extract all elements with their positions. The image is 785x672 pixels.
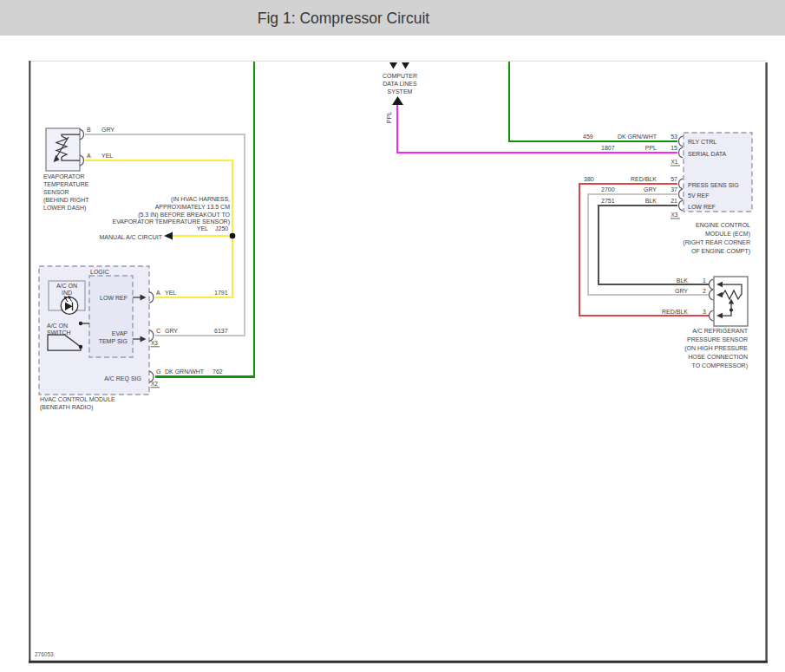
component-location: (BENEATH RADIO) — [40, 404, 93, 411]
note-line: (5.3 IN) BEFORE BREAKOUT TO — [138, 212, 230, 219]
pin-number: 37 — [671, 186, 677, 192]
circuit-number: 459 — [583, 134, 593, 140]
component-name: SENSOR — [43, 189, 69, 195]
component-name: EVAPORATOR — [43, 173, 84, 179]
note-line: (IN HVAC HARNESS, — [171, 196, 230, 203]
down-arrow-icon — [402, 62, 409, 69]
pin-letter: B — [87, 127, 91, 133]
component-location: (RIGHT REAR CORNER — [683, 239, 750, 246]
hvac-control-module: LOGIC A/C ON IND A/C ON SWITCH LOW REF E… — [39, 266, 228, 411]
offpage-label: SYSTEM — [388, 88, 413, 95]
connector-id: X1 — [671, 159, 678, 165]
pin-cup-2 — [710, 290, 713, 300]
wire-color-label: GRY — [101, 127, 114, 133]
pin-number: 1 — [703, 277, 706, 284]
component-location: OF ENGINE COMPT) — [691, 248, 750, 255]
component-location: LOWER DASH) — [43, 205, 86, 212]
circuit-number: 1807 — [601, 145, 615, 151]
signal-label: SERIAL DATA — [688, 151, 727, 157]
pin-number: 15 — [671, 145, 677, 151]
pin-letter: G — [156, 369, 160, 375]
switch-label: A/C ON — [47, 323, 68, 329]
wire-color-label: RED/BLK — [631, 176, 657, 182]
wire-color-label: GRY — [675, 288, 688, 294]
evaporator-temperature-sensor: B GRY A YEL EVAPORATOR TEMPERATURE SENSO… — [43, 127, 114, 212]
wiring-diagram-page: Fig 1: Compressor Circuit COMPUTER DATA … — [0, 0, 785, 672]
wire-color-label: GRY — [165, 328, 178, 334]
logic-box — [89, 276, 133, 357]
wire-color-label: GRY — [644, 186, 657, 192]
component-name: HVAC CONTROL MODULE — [40, 396, 115, 402]
down-arrow-icon — [389, 62, 397, 69]
ac-refrigerant-pressure-sensor: BLK 1 GRY 2 RED/BLK 3 A/C REFRIGERANT PR… — [662, 277, 749, 369]
up-arrow-icon — [392, 96, 403, 105]
pin-letter: A — [87, 153, 91, 159]
branch-label: MANUAL A/C CIRCUIT — [100, 234, 163, 240]
left-arrow-icon — [164, 232, 173, 240]
wire-color-label: DK GRN/WHT — [165, 369, 205, 375]
pin-letter: C — [156, 328, 160, 334]
signal-label: PRESS SENS SIG — [688, 182, 739, 188]
pin-cup-21 — [679, 200, 683, 211]
component-location: TO COMPRESSOR) — [692, 362, 748, 369]
computer-data-lines-ref: COMPUTER DATA LINES SYSTEM PPL — [383, 62, 417, 123]
harness-note: (IN HVAC HARNESS, APPROXIMATELY 13.5 CM … — [100, 196, 231, 240]
note-line: APPROXIMATELY 13.5 CM — [155, 204, 231, 210]
pin-number: 21 — [671, 198, 677, 204]
wire-color-label: YEL — [165, 290, 176, 296]
pin-number: 3 — [703, 309, 706, 315]
circuit-number: 2700 — [601, 186, 615, 192]
logic-label: LOGIC — [90, 269, 109, 275]
wire-color-label: YEL — [197, 225, 208, 232]
splice-dot-j250 — [230, 233, 236, 239]
wire-color-label: YEL — [101, 153, 113, 159]
wire-color-label: PPL — [386, 112, 392, 123]
signal-label: EVAP — [112, 330, 128, 336]
connector-id: X3 — [151, 340, 158, 346]
component-name: PRESSURE SENSOR — [687, 336, 748, 343]
signal-label: RLY CTRL — [688, 139, 716, 145]
component-location: (BEHIND RIGHT — [43, 197, 89, 204]
pin-cup-3 — [710, 310, 713, 321]
connector-id: X2 — [151, 381, 158, 387]
splice-id: J250 — [215, 225, 228, 232]
pin-cup-1 — [710, 279, 713, 290]
wire-color-label: BLK — [645, 198, 657, 204]
offpage-label: DATA LINES — [383, 81, 417, 87]
note-line: EVAPORATOR TEMPERATURE SENSOR) — [113, 219, 231, 225]
component-name: TEMPERATURE — [43, 181, 89, 187]
pin-number: 53 — [671, 134, 677, 140]
pin-cup-15 — [679, 147, 683, 158]
circuit-number: 2751 — [601, 198, 615, 204]
circuit-number: 1791 — [214, 290, 228, 296]
circuit-number: 762 — [213, 369, 223, 375]
page-title: Fig 1: Compressor Circuit — [258, 10, 430, 27]
circuit-number: 380 — [584, 176, 594, 182]
pin-cup-57 — [679, 179, 683, 189]
wire-dkgrnwht-459 — [509, 62, 677, 141]
offpage-label: COMPUTER — [383, 73, 417, 79]
figure-number: 276053 — [35, 651, 54, 657]
pin-letter: A — [156, 290, 160, 296]
wire-color-label: PPL — [645, 145, 657, 151]
component-name: ENGINE CONTROL — [696, 222, 750, 228]
component-location: HOSE CONNECTION — [688, 354, 748, 360]
pin-number: 2 — [703, 288, 706, 294]
signal-label: A/C REQ SIG — [104, 375, 141, 382]
connector-id: X3 — [671, 212, 678, 218]
component-name: MODULE (ECM) — [705, 231, 750, 238]
pin-cup-53 — [679, 136, 683, 147]
signal-label: TEMP SIG — [99, 338, 128, 344]
pin-cup-37 — [679, 189, 683, 199]
indicator-label: A/C ON — [56, 283, 77, 289]
wire-color-label: BLK — [677, 277, 689, 284]
wire-ppl-1807 — [397, 104, 677, 153]
component-location: (ON HIGH PRESSURE — [684, 345, 748, 352]
signal-label: LOW REF — [688, 204, 716, 210]
pin-cup-a — [149, 292, 154, 303]
circuit-number: 6137 — [214, 328, 228, 334]
switch-contact-dot — [79, 345, 82, 349]
pin-number: 57 — [671, 176, 677, 182]
wire-color-label: DK GRN/WHT — [618, 134, 657, 140]
component-name: A/C REFRIGERANT — [692, 328, 749, 334]
